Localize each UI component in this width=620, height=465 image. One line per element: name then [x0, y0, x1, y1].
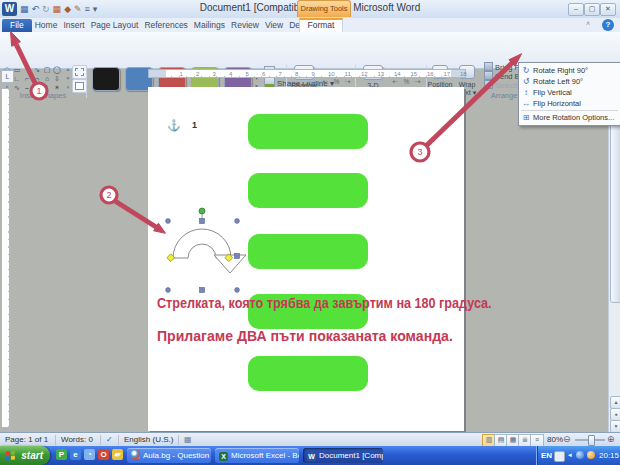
- excel-icon: X: [219, 452, 228, 461]
- zoom-out-icon[interactable]: ⊖: [563, 434, 571, 445]
- redo-icon[interactable]: ↻: [42, 2, 50, 16]
- more-options-icon: ⊞: [519, 113, 533, 122]
- language-options-icon[interactable]: [554, 451, 565, 462]
- annotation-number-2: 2: [106, 190, 111, 200]
- browser-icon: [131, 450, 140, 459]
- menu-separator: [521, 110, 618, 111]
- task-word[interactable]: WDocument1 [Compati...: [303, 448, 383, 463]
- insert-shapes-group-label: Insert Shapes: [0, 91, 86, 100]
- language-bar[interactable]: EN: [541, 451, 552, 460]
- proofing-status-icon[interactable]: ✓: [106, 435, 113, 444]
- system-tray: EN ◂ 20:15: [536, 446, 620, 465]
- restore-button[interactable]: ▢: [584, 3, 600, 16]
- tab-home[interactable]: Home: [32, 19, 61, 32]
- list-icon[interactable]: ≡: [85, 2, 90, 16]
- shape-outline-icon: [264, 77, 275, 87]
- ql-green-app-icon[interactable]: P: [56, 449, 67, 460]
- pentagon-icon[interactable]: ⌂: [42, 74, 52, 83]
- menu-item-rotate-right-90[interactable]: ↻Rotate Right 90°: [519, 65, 620, 76]
- status-bar: Page: 1 of 1 Words: 0 ✓ English (U.S.) ▦…: [0, 432, 620, 446]
- tab-format-active[interactable]: Format: [299, 18, 343, 32]
- zoom-slider-thumb[interactable]: [588, 435, 595, 446]
- menu-item-rotate-left-90[interactable]: ↺Rotate Left 90°: [519, 76, 620, 87]
- help-icon[interactable]: ?: [602, 19, 614, 31]
- close-button[interactable]: ✕: [600, 3, 616, 16]
- task-aula[interactable]: Aula.bg - Question - ...: [127, 448, 211, 463]
- flip-horizontal-icon: ↔: [519, 99, 533, 108]
- down-arrow-icon[interactable]: ⇩: [52, 74, 62, 83]
- curved-arrow-shape[interactable]: [148, 87, 464, 431]
- word-count[interactable]: Words: 0: [61, 435, 93, 444]
- ruler-numbers: 123456789101112131415161718: [149, 70, 465, 77]
- tab-selector-button[interactable]: L: [1, 70, 14, 83]
- zoom-in-icon[interactable]: ⊕: [607, 434, 615, 445]
- style-black[interactable]: [92, 67, 120, 91]
- scrollbar-thumb[interactable]: [610, 111, 620, 303]
- undo-icon[interactable]: ↶: [32, 2, 40, 16]
- rotate-left-icon: ↺: [519, 77, 533, 86]
- tab-insert[interactable]: Insert: [60, 19, 87, 32]
- selection-pane-icon: [484, 80, 493, 89]
- elbow2-icon[interactable]: ⌐: [22, 74, 32, 83]
- task-excel[interactable]: XMicrosoft Excel - Book4: [215, 448, 299, 463]
- ql-opera-icon[interactable]: O: [98, 449, 109, 460]
- tab-view[interactable]: View: [262, 19, 286, 32]
- tab-mailings[interactable]: Mailings: [191, 19, 228, 32]
- windows-flag-icon: [6, 451, 15, 461]
- red-caption-line1: Стрелката, която трябва да завъртим на 1…: [157, 295, 492, 311]
- elbow3-icon[interactable]: ¬: [32, 74, 42, 83]
- format-painter-icon[interactable]: ◆: [64, 2, 71, 16]
- zoom-level[interactable]: 80%: [547, 435, 563, 444]
- document-page[interactable]: ⚓ 1 Стрелката, която трябва да завъртим …: [148, 87, 464, 431]
- horizontal-ruler[interactable]: 123456789101112131415161718: [148, 69, 466, 78]
- rotate-dropdown-menu: ↻Rotate Right 90° ↺Rotate Left 90° ↕Flip…: [518, 62, 620, 126]
- ql-browser-icon[interactable]: ◔: [84, 449, 95, 460]
- rotate-right-icon: ↻: [519, 66, 533, 75]
- bring-forward-icon: [484, 62, 493, 71]
- rotate-handle[interactable]: [199, 208, 205, 214]
- save-icon[interactable]: ▦: [20, 2, 29, 16]
- line-icon[interactable]: ╲: [22, 65, 32, 74]
- flip-vertical-icon: ↕: [519, 88, 533, 97]
- oval-icon[interactable]: ◯: [52, 65, 62, 74]
- tab-page-layout[interactable]: Page Layout: [88, 19, 142, 32]
- gallery-scroll[interactable]: ▲▼▾: [64, 65, 72, 92]
- minimize-button[interactable]: –: [568, 3, 584, 16]
- clock: 20:15: [599, 451, 619, 460]
- rectangle-icon[interactable]: ▢: [42, 65, 52, 74]
- macro-recorder-icon[interactable]: ▦: [184, 435, 192, 444]
- notebook-icon[interactable]: ✎: [74, 2, 82, 16]
- qat-more-icon[interactable]: ▾: [93, 2, 98, 16]
- annotation-circle-2: [101, 187, 117, 203]
- page-indicator[interactable]: Page: 1 of 1: [5, 435, 48, 444]
- quick-access-toolbar[interactable]: ▦↶↻▦◆✎≡▾: [20, 2, 97, 16]
- edit-shape-button[interactable]: [72, 65, 87, 79]
- send-backward-icon: [484, 71, 493, 80]
- word-icon: W: [307, 452, 316, 461]
- drawing-tools-contextual-header: Drawing Tools: [297, 0, 351, 17]
- menu-item-flip-vertical[interactable]: ↕Flip Vertical: [519, 87, 620, 98]
- draw-table-icon[interactable]: ▦: [53, 2, 62, 16]
- tray-app-blue-icon[interactable]: [576, 451, 584, 459]
- minimize-ribbon-icon[interactable]: ˄: [586, 20, 590, 27]
- taskbar: start Pe◔O▰ » Aula.bg - Question - ... X…: [0, 446, 620, 465]
- tab-file[interactable]: File: [2, 19, 32, 32]
- menu-item-flip-horizontal[interactable]: ↔Flip Horizontal: [519, 98, 620, 109]
- arrow-line-icon[interactable]: ↘: [32, 65, 42, 74]
- tray-app-orange-icon[interactable]: [587, 451, 595, 459]
- tab-review[interactable]: Review: [228, 19, 262, 32]
- menu-item-more-rotation-options[interactable]: ⊞More Rotation Options...: [519, 112, 620, 123]
- hide-icons-chevron[interactable]: ◂: [568, 451, 572, 459]
- quick-launch-expand-icon[interactable]: »: [116, 450, 120, 459]
- ql-ie-icon[interactable]: e: [70, 449, 81, 460]
- language-indicator[interactable]: English (U.S.): [124, 435, 173, 444]
- vertical-ruler[interactable]: [1, 88, 10, 428]
- tab-references[interactable]: References: [141, 19, 190, 32]
- quick-launch-bar[interactable]: Pe◔O▰: [56, 449, 123, 460]
- red-caption-line2: Прилагаме ДВА пъти показаната команда.: [157, 328, 453, 344]
- word-logo-icon: W: [2, 2, 17, 16]
